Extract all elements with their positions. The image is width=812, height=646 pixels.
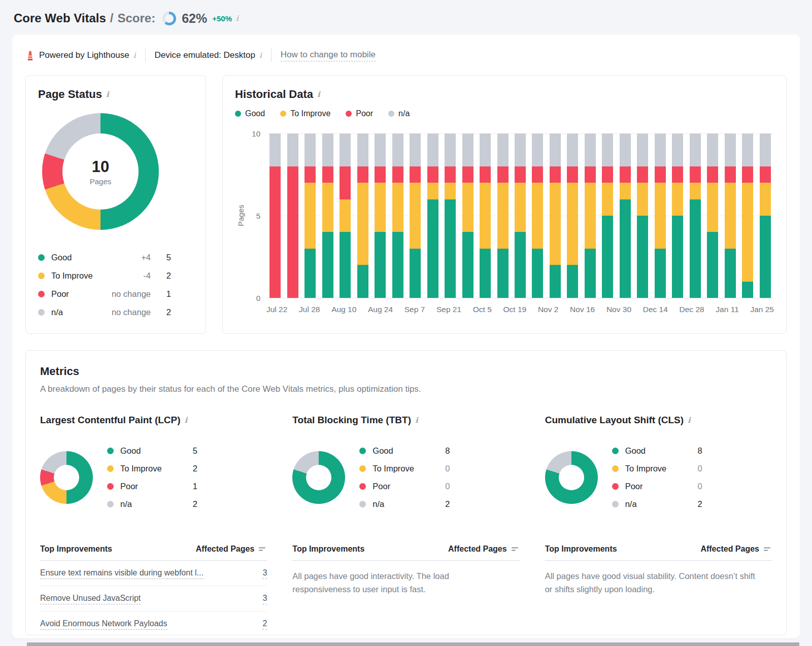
score-info-icon[interactable]: i: [236, 14, 239, 23]
bar-segment: [655, 166, 666, 183]
change-to-mobile-link[interactable]: How to change to mobile: [281, 50, 376, 61]
stacked-bar[interactable]: [287, 133, 298, 298]
lcp-info-icon[interactable]: i: [185, 416, 188, 425]
affected-pages-header[interactable]: Affected Pages: [196, 545, 255, 554]
bar-segment: [725, 133, 736, 166]
stacked-bar[interactable]: [497, 133, 509, 298]
stacked-bar[interactable]: [392, 133, 403, 298]
bar-segment: [620, 166, 631, 183]
legend-value: 5: [187, 446, 197, 456]
bar-cell: [652, 133, 669, 298]
bar-segment: [532, 183, 543, 249]
cls-info-icon[interactable]: i: [688, 416, 691, 425]
plot-column: Jul 22Jul 28Aug 10Aug 24Sep 7Sep 21Oct 5…: [266, 133, 774, 314]
legend-label: n/a: [373, 499, 384, 509]
stacked-bar[interactable]: [340, 133, 351, 298]
historical-title: Historical Data: [235, 88, 313, 101]
bar-cell: [722, 133, 739, 298]
legend-row: Poor 0: [359, 478, 450, 495]
legend-value: 1: [187, 482, 197, 491]
stacked-bar[interactable]: [480, 133, 491, 298]
metric-lcp: Largest Contentful Paint (LCP) i Good 5: [40, 415, 267, 636]
lcp-legend: Good 5 To Improve 2 Poor 1: [107, 442, 197, 513]
stacked-bar[interactable]: [707, 133, 718, 298]
stacked-bar[interactable]: [532, 133, 543, 298]
bar-segment: [585, 183, 596, 249]
bar-segment: [445, 133, 456, 166]
sort-icon[interactable]: [259, 546, 267, 552]
historical-title-row: Historical Data i: [235, 88, 774, 101]
bar-segment: [707, 183, 718, 232]
historical-info-icon[interactable]: i: [317, 90, 320, 99]
legend-label: n/a: [120, 499, 132, 509]
na-dot: [388, 111, 394, 117]
x-tick-label: [526, 305, 538, 314]
powered-by-info-icon[interactable]: i: [133, 51, 136, 60]
stacked-bar[interactable]: [445, 133, 456, 298]
affected-pages-count[interactable]: 2: [262, 619, 267, 630]
stacked-bar[interactable]: [357, 133, 368, 298]
affected-pages-count[interactable]: 3: [262, 594, 267, 604]
sort-icon[interactable]: [764, 546, 772, 552]
powered-by-label: Powered by Lighthouse: [39, 50, 129, 60]
affected-pages-header[interactable]: Affected Pages: [448, 545, 507, 554]
bar-segment: [480, 166, 491, 183]
stacked-bar[interactable]: [585, 133, 596, 298]
poor-dot: [359, 483, 366, 490]
historical-chart: Pages 10 5 0 Jul 22Jul 28Aug 10Aug 24Sep…: [235, 133, 774, 314]
stacked-bar[interactable]: [427, 133, 438, 298]
bar-segment: [480, 133, 491, 166]
stacked-bar[interactable]: [672, 133, 683, 298]
stacked-bar[interactable]: [375, 133, 386, 298]
bar-segment: [707, 166, 718, 183]
stacked-bar[interactable]: [269, 133, 281, 298]
bar-segment: [672, 216, 683, 298]
stacked-bar[interactable]: [620, 133, 631, 298]
stacked-bar[interactable]: [637, 133, 648, 298]
x-tick-label: [425, 305, 436, 314]
poor-dot: [612, 483, 619, 490]
historical-x-labels: Jul 22Jul 28Aug 10Aug 24Sep 7Sep 21Oct 5…: [266, 305, 774, 314]
bar-segment: [585, 249, 596, 298]
stacked-bar[interactable]: [655, 133, 666, 298]
stacked-bar[interactable]: [304, 133, 316, 298]
stacked-bar[interactable]: [550, 133, 561, 298]
device-info-icon[interactable]: i: [259, 51, 262, 60]
cls-status-message: All pages have good visual stability. Co…: [545, 570, 758, 596]
stacked-bar[interactable]: [742, 133, 753, 298]
x-tick-label: [492, 305, 503, 314]
stacked-bar[interactable]: [322, 133, 333, 298]
bar-segment: [497, 249, 509, 298]
sort-icon[interactable]: [512, 546, 520, 552]
stacked-bar[interactable]: [760, 133, 771, 298]
stacked-bar[interactable]: [410, 133, 421, 298]
x-tick-label: Jan 11: [716, 305, 738, 314]
affected-pages-count[interactable]: 3: [262, 568, 267, 579]
bar-cell: [477, 133, 494, 298]
legend-label: To Improve: [625, 464, 667, 473]
tbt-info-icon[interactable]: i: [415, 416, 418, 425]
improvement-link[interactable]: Avoid Enormous Network Payloads: [40, 619, 167, 630]
bar-segment: [445, 199, 456, 298]
legend-value: 0: [692, 482, 702, 491]
bar-segment: [532, 133, 543, 166]
legend-change: no change: [112, 289, 151, 299]
improvement-link[interactable]: Remove Unused JavaScript: [40, 594, 141, 604]
stacked-bar[interactable]: [690, 133, 701, 298]
legend-value: 2: [692, 499, 702, 509]
stacked-bar[interactable]: [462, 133, 473, 298]
affected-pages-header[interactable]: Affected Pages: [700, 545, 759, 554]
improvement-link[interactable]: Ensure text remains visible during webfo…: [40, 568, 204, 579]
x-tick-label: Jul 22: [266, 305, 287, 314]
stacked-bar[interactable]: [725, 133, 736, 298]
page-status-info-icon[interactable]: i: [106, 90, 109, 99]
stacked-bar[interactable]: [515, 133, 526, 298]
good-dot: [612, 448, 619, 454]
x-tick-label: [704, 305, 716, 314]
stacked-bar[interactable]: [567, 133, 578, 298]
legend-change: +4: [141, 253, 151, 262]
bar-segment: [269, 133, 281, 166]
bar-segment: [620, 183, 631, 199]
stacked-bar[interactable]: [602, 133, 613, 298]
top-improvements-header: Top Improvements: [40, 545, 112, 554]
